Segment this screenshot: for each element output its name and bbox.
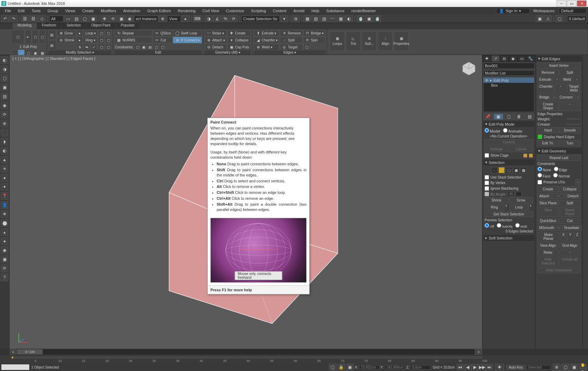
lt-01[interactable]: ◐ — [1, 56, 8, 64]
viewcube[interactable] — [461, 60, 477, 77]
view-dropdown[interactable]: View — [167, 16, 181, 22]
tab-modeling[interactable]: Modeling — [13, 23, 37, 29]
relax-button[interactable]: 〰Relax ▾ — [205, 30, 227, 36]
cmd-tab-display[interactable]: ▭ — [518, 55, 526, 62]
lt-07[interactable]: ⟳ — [1, 111, 8, 118]
named-selection-dropdown[interactable]: Create Selection Se — [241, 16, 280, 22]
ee-hard[interactable]: Hard — [537, 127, 559, 133]
select-scale-button[interactable]: ▣ — [117, 15, 125, 22]
lock-toggle[interactable]: 🔒 — [338, 364, 345, 371]
nav-1[interactable]: ⊕ — [553, 364, 560, 371]
ribbon-footer-geometry[interactable]: Geometry (All) ▾ — [205, 50, 251, 55]
poly-mode-button[interactable]: ▢ — [11, 30, 24, 44]
remove-button[interactable]: ✕Remove — [280, 30, 302, 36]
ee-split[interactable]: Split — [559, 70, 581, 76]
preserve-uvs-checkbox[interactable] — [537, 180, 542, 184]
ee-edittri[interactable]: Edit Tri. — [537, 140, 559, 146]
eg-attach-opt[interactable]: ▫ — [552, 193, 565, 199]
ee-turn[interactable]: Turn — [559, 140, 581, 146]
so-border[interactable]: ▢ — [506, 167, 512, 173]
ms-c[interactable]: ▢ — [98, 37, 105, 43]
sel-lock-button[interactable]: ⚠ — [544, 15, 552, 22]
lt-13[interactable]: ☀ — [1, 165, 8, 173]
shrink-button[interactable]: ⊖Shrink — [57, 37, 76, 43]
spin-button[interactable]: ⟳Spin — [303, 37, 326, 43]
toggle-ribbon-button[interactable]: ▤ — [320, 15, 328, 22]
ee-chamfer-opt[interactable]: ▫ — [555, 84, 566, 93]
eg-x[interactable]: X — [560, 232, 566, 242]
cappoly-button[interactable]: ▣Cap Poly — [227, 44, 251, 50]
time-ruler[interactable]: 5101520253035404550556065707580859095100 — [0, 355, 588, 363]
ee-create-shape[interactable]: Create Shape — [537, 101, 559, 111]
nav-2[interactable]: ▢ — [562, 364, 569, 371]
z-coord[interactable]: 0,0cm — [410, 365, 431, 370]
lt-20[interactable]: ▴ — [1, 228, 8, 236]
preview-subobj[interactable]: SubObj — [497, 223, 512, 228]
time-marker[interactable] — [12, 356, 13, 358]
eg-cut[interactable]: Cut — [559, 218, 581, 224]
pconnect-button[interactable]: ⊕P Connect ▾ — [173, 37, 201, 43]
roll-edit-edges[interactable]: ▾ Edit Edges — [536, 56, 582, 62]
weight-spinner[interactable] — [566, 119, 580, 119]
lt-10[interactable]: ◗ — [1, 138, 8, 145]
close-button[interactable]: ✕ — [577, 0, 587, 7]
cmd-tab-utilities[interactable]: 🔧 — [526, 55, 535, 62]
y-coord[interactable]: 142,669cm — [385, 365, 405, 370]
eg-attach[interactable]: Attach — [537, 193, 551, 199]
eg-relax[interactable]: Relax — [537, 250, 559, 255]
tab-objectpaint[interactable]: Object Paint — [86, 23, 115, 29]
con-none[interactable]: None — [537, 167, 551, 172]
rollout-head-selection[interactable]: ▾ Selection — [483, 159, 534, 165]
ring-dd[interactable]: Ring ▾ — [84, 37, 97, 43]
unlink-button[interactable]: ⛓ — [30, 15, 37, 22]
extrude-button[interactable]: ⬆Extrude ▾ — [254, 30, 279, 36]
menu-create[interactable]: Create — [79, 8, 97, 14]
poly-ddown-button[interactable]: ▾ — [25, 30, 31, 44]
ee-weld[interactable]: Weld — [561, 77, 573, 82]
lt-02[interactable]: ◑ — [1, 65, 8, 73]
tris-button[interactable]: ◺Tris — [346, 31, 361, 51]
maximize-button[interactable]: ▭ — [567, 0, 577, 7]
ed-a[interactable]: ▢ — [153, 44, 158, 50]
eg-slice-plane[interactable]: Slice Plane — [537, 200, 559, 206]
eg-grid-align[interactable]: Grid Align — [559, 243, 581, 248]
mod-sel-b[interactable]: ▤ — [48, 40, 56, 50]
eg-repeat-last[interactable]: Repeat Last — [537, 155, 580, 161]
menu-help[interactable]: Help — [308, 8, 323, 14]
lt-09[interactable]: ⬛ — [1, 129, 8, 136]
attach-button[interactable]: ⊕Attach ▾ — [205, 37, 227, 43]
arrow-b[interactable]: ⇆ — [84, 44, 90, 50]
time-prev-button[interactable]: < — [10, 349, 17, 355]
eg-view-align[interactable]: View Align — [537, 243, 559, 248]
lt-25[interactable]: ? — [1, 274, 8, 281]
chamfer-button[interactable]: ◢Chamfer ▾ — [254, 37, 279, 43]
lt-18[interactable]: ❄ — [1, 210, 8, 218]
lt-14[interactable]: ● — [1, 174, 8, 182]
default-dropdown[interactable]: 0 (default — [567, 16, 587, 22]
nurms-button[interactable]: ▦NURMS — [115, 37, 152, 43]
ms-e[interactable]: ▢ — [98, 44, 105, 50]
select-region-button[interactable]: ▢ — [81, 15, 88, 22]
qslice-button[interactable]: ✂QSlice — [153, 30, 172, 36]
select-rotate-button[interactable]: ⟲ — [109, 15, 117, 22]
so-edge[interactable]: ／ — [498, 167, 505, 173]
eg-detach[interactable]: Detach — [566, 193, 580, 199]
spinner-snap-button[interactable]: ⟳ — [230, 15, 238, 22]
time-track[interactable]: 0 / 100 — [17, 349, 474, 354]
create-button[interactable]: ✚Create — [227, 30, 251, 36]
eg-z[interactable]: Z — [574, 232, 580, 242]
grow-button[interactable]: ⊕Grow — [57, 30, 76, 36]
sub-button[interactable]: ⊞Sub... — [362, 31, 377, 51]
getstack-button[interactable]: Get Stack Selection — [485, 211, 533, 217]
lt-24[interactable]: ⟳ — [1, 265, 8, 272]
cage-color-2[interactable] — [529, 153, 533, 158]
align-button[interactable]: ▦ — [303, 15, 311, 22]
eg-msmooth[interactable]: MSmooth — [537, 225, 556, 231]
minimize-button[interactable]: ─ — [557, 0, 566, 7]
ms-d[interactable]: ▢ — [105, 37, 111, 43]
lt-11[interactable]: ◐ — [1, 147, 8, 155]
rollout-head-softsel[interactable]: ▸ Soft Selection — [483, 235, 534, 241]
ed-b[interactable]: ▢ — [159, 44, 165, 50]
ee-target-weld[interactable]: Target Weld — [567, 84, 580, 93]
radio-animate[interactable]: Animate — [503, 128, 522, 133]
